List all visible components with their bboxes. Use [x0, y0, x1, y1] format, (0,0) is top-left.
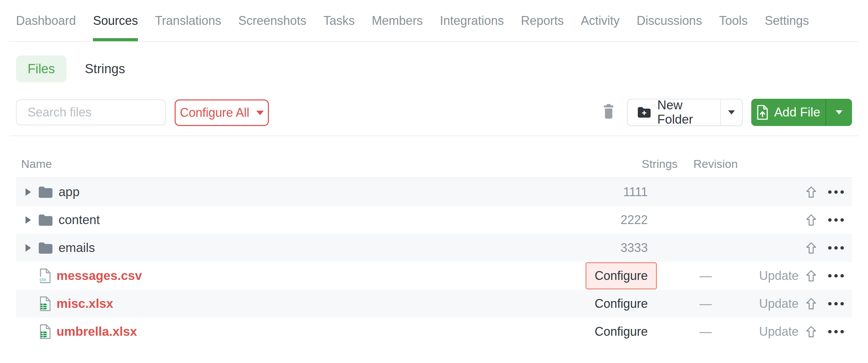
file-upload-icon — [756, 105, 769, 120]
revision-cell: — — [656, 269, 755, 283]
files-table: Name Strings Revision app 1111 — [16, 136, 852, 346]
nav-screenshots[interactable]: Screenshots — [238, 0, 306, 41]
upload-arrow-icon — [805, 298, 817, 310]
configure-button[interactable]: Configure — [595, 325, 648, 338]
upload-button[interactable] — [803, 214, 820, 226]
tab-files[interactable]: Files — [16, 56, 66, 82]
nav-discussions[interactable]: Discussions — [637, 0, 702, 41]
revision-cell: — — [656, 325, 755, 339]
trash-icon — [602, 104, 615, 119]
strings-count: 3333 — [578, 241, 656, 255]
row-menu-button[interactable] — [820, 274, 852, 278]
nav-integrations[interactable]: Integrations — [440, 0, 504, 41]
new-folder-button: New Folder — [627, 99, 743, 126]
upload-button[interactable] — [803, 326, 820, 338]
folder-name[interactable]: emails — [59, 241, 95, 255]
row-menu-button[interactable] — [820, 330, 852, 333]
delete-button[interactable] — [602, 104, 615, 119]
ellipsis-icon — [828, 218, 832, 222]
folder-icon — [38, 186, 53, 199]
table-row[interactable]: misc.xlsx Configure — Update — [16, 290, 852, 318]
upload-arrow-icon — [805, 186, 817, 198]
csv-file-icon: csv — [39, 268, 51, 283]
ellipsis-icon — [828, 330, 832, 333]
xlsx-file-icon — [39, 324, 51, 339]
configure-all-label: Configure All — [180, 106, 249, 120]
ellipsis-icon — [828, 274, 832, 278]
table-row[interactable]: csv messages.csv Configure — Update — [16, 262, 852, 290]
add-file-button: Add File — [751, 99, 852, 126]
row-menu-button[interactable] — [820, 302, 852, 305]
upload-button[interactable] — [803, 242, 820, 254]
column-header-strings: Strings — [642, 157, 678, 171]
search-input[interactable] — [16, 99, 166, 125]
folder-icon — [38, 214, 53, 226]
upload-button[interactable] — [803, 298, 820, 310]
row-menu-button[interactable] — [820, 190, 852, 194]
row-menu-button[interactable] — [820, 218, 852, 222]
configure-button-highlighted[interactable]: Configure — [585, 262, 657, 289]
configure-button[interactable]: Configure — [595, 297, 648, 311]
table-row[interactable]: content 2222 — [16, 206, 852, 234]
table-row[interactable]: umbrella.xlsx Configure — Update — [16, 318, 852, 346]
nav-sources[interactable]: Sources — [93, 0, 138, 41]
table-row[interactable]: emails 3333 — [16, 234, 852, 262]
nav-members[interactable]: Members — [372, 0, 423, 41]
column-header-name: Name — [21, 157, 52, 171]
table-header: Name Strings Revision — [16, 136, 852, 178]
nav-reports[interactable]: Reports — [521, 0, 564, 41]
view-tabs: Files Strings — [16, 56, 125, 82]
folder-name[interactable]: content — [59, 213, 100, 227]
add-file-label: Add File — [774, 105, 820, 120]
caret-down-icon — [836, 110, 842, 114]
ellipsis-icon — [828, 246, 832, 250]
table-row[interactable]: app 1111 — [16, 178, 852, 206]
column-header-revision: Revision — [693, 157, 738, 171]
file-format-label: csv — [39, 277, 46, 282]
strings-count: 1111 — [578, 185, 656, 199]
new-folder-main[interactable]: New Folder — [628, 99, 720, 125]
add-file-dropdown[interactable] — [826, 99, 852, 126]
update-link[interactable]: Update — [755, 297, 803, 311]
caret-right-icon[interactable] — [26, 188, 31, 196]
folder-icon — [38, 242, 53, 254]
nav-translations[interactable]: Translations — [155, 0, 221, 41]
folder-name[interactable]: app — [59, 185, 80, 199]
add-file-main[interactable]: Add File — [751, 99, 825, 126]
upload-arrow-icon — [805, 242, 817, 254]
new-folder-dropdown[interactable] — [721, 99, 742, 125]
new-folder-label: New Folder — [657, 98, 720, 127]
caret-down-icon — [256, 111, 264, 115]
sources-files-page: Dashboard Sources Translations Screensho… — [0, 0, 868, 363]
row-menu-button[interactable] — [820, 246, 852, 250]
file-name[interactable]: umbrella.xlsx — [57, 325, 137, 339]
nav-divider — [10, 41, 858, 42]
configure-all-button[interactable]: Configure All — [175, 99, 269, 126]
nav-tasks[interactable]: Tasks — [323, 0, 355, 41]
xlsx-file-icon — [39, 296, 51, 311]
update-link[interactable]: Update — [755, 325, 803, 339]
project-nav: Dashboard Sources Translations Screensho… — [16, 0, 809, 41]
caret-right-icon[interactable] — [26, 244, 31, 252]
strings-count: 2222 — [578, 213, 656, 227]
nav-tools[interactable]: Tools — [719, 0, 748, 41]
nav-settings[interactable]: Settings — [765, 0, 809, 41]
upload-arrow-icon — [805, 326, 817, 338]
file-name[interactable]: misc.xlsx — [57, 297, 113, 311]
upload-arrow-icon — [805, 214, 817, 226]
ellipsis-icon — [828, 190, 832, 194]
nav-activity[interactable]: Activity — [581, 0, 620, 41]
file-name[interactable]: messages.csv — [57, 269, 142, 283]
tab-strings[interactable]: Strings — [85, 62, 125, 76]
upload-button[interactable] — [803, 186, 820, 198]
upload-arrow-icon — [805, 270, 817, 282]
caret-right-icon[interactable] — [26, 216, 31, 224]
update-link[interactable]: Update — [755, 269, 803, 283]
upload-button[interactable] — [803, 270, 820, 282]
ellipsis-icon — [828, 302, 832, 305]
nav-dashboard[interactable]: Dashboard — [16, 0, 76, 41]
revision-cell: — — [656, 297, 755, 311]
folder-plus-icon — [637, 106, 651, 119]
caret-down-icon — [728, 110, 735, 114]
